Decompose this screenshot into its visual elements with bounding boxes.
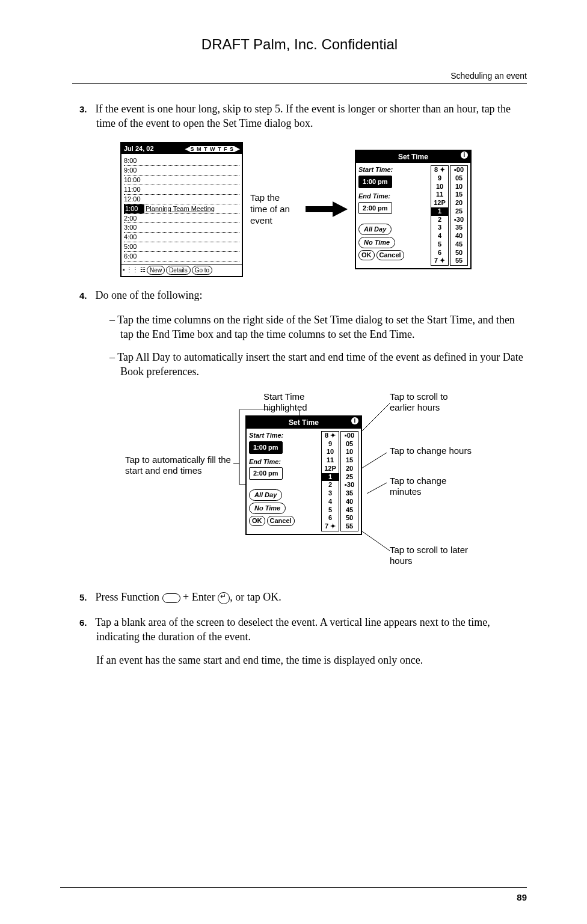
svg-line-3 bbox=[360, 453, 387, 470]
ok-button: OK bbox=[358, 250, 375, 260]
info-icon: i bbox=[461, 151, 468, 159]
selected-time: 1:00 bbox=[124, 204, 144, 213]
goto-button: Go to bbox=[192, 266, 212, 275]
figure-caption: Tap the time of an event bbox=[250, 192, 298, 226]
svg-marker-0 bbox=[306, 201, 348, 217]
hour-column: 8 ✦910 1112P 1 234 567 ✦ bbox=[321, 431, 339, 531]
figure-2: Start Time highlighted Tap to scroll to … bbox=[125, 391, 498, 572]
no-time-button: No Time bbox=[358, 237, 395, 248]
settime-dialog: Set Timei Start Time: 1:00 pm End Time: … bbox=[355, 150, 472, 269]
cancel-button: Cancel bbox=[267, 516, 295, 526]
figure-1: Jul 24, 02 ◀S M T W T F S▶ 8:00 9:00 10:… bbox=[120, 142, 527, 278]
hour-column: 8 ✦910 1112P 1 234 567 ✦ bbox=[431, 165, 449, 266]
datebook-date: Jul 24, 02 bbox=[124, 144, 154, 153]
header-rule bbox=[72, 83, 527, 84]
label-scroll-down: Tap to scroll to later hours bbox=[390, 545, 474, 568]
svg-line-2 bbox=[360, 403, 390, 433]
step-number: 3. bbox=[79, 103, 93, 115]
step-text: Tap a blank area of the screen to desele… bbox=[95, 616, 490, 643]
minute-column: ▪000510 152025 ▪303540 455055 bbox=[450, 165, 468, 266]
svg-line-5 bbox=[360, 530, 390, 551]
step-note: If an event has the same start and end t… bbox=[96, 653, 527, 667]
start-time-box: 1:00 pm bbox=[249, 441, 283, 454]
svg-line-4 bbox=[367, 483, 387, 494]
event-label: Planning Team Meeting bbox=[146, 204, 215, 213]
footer-rule bbox=[60, 887, 527, 888]
step-text: Press Function bbox=[96, 591, 162, 603]
substep: – Tap All Day to automatically insert th… bbox=[109, 350, 527, 379]
all-day-button: All Day bbox=[249, 489, 282, 501]
draft-watermark: DRAFT Palm, Inc. Confidential bbox=[72, 36, 527, 53]
substep: – Tap the time columns on the right side… bbox=[109, 313, 527, 342]
step-text: Do one of the following: bbox=[96, 289, 203, 301]
function-key-icon bbox=[162, 593, 180, 603]
end-time-box: 2:00 pm bbox=[358, 202, 392, 215]
section-title: Scheduling an event bbox=[72, 71, 527, 81]
day-picker: ◀S M T W T F S▶ bbox=[185, 144, 240, 153]
cancel-button: Cancel bbox=[376, 250, 404, 260]
no-time-button: No Time bbox=[249, 503, 286, 514]
details-button: Details bbox=[166, 266, 191, 275]
label-auto-fill: Tap to automatically fill the start and … bbox=[125, 454, 233, 477]
step-text: If the event is one hour long, skip to s… bbox=[96, 103, 511, 129]
minute-column: ▪000510 152025 ▪303540 455055 bbox=[340, 431, 358, 531]
new-button: New bbox=[147, 266, 165, 275]
start-time-box: 1:00 pm bbox=[358, 176, 392, 188]
page-number: 89 bbox=[517, 892, 527, 902]
label-change-hours: Tap to change hours bbox=[390, 445, 474, 457]
arrow-icon bbox=[306, 200, 348, 218]
step-number: 5. bbox=[79, 592, 93, 604]
all-day-button: All Day bbox=[358, 224, 392, 235]
enter-key-icon bbox=[218, 592, 230, 604]
step-number: 6. bbox=[79, 617, 93, 629]
step-number: 4. bbox=[79, 290, 93, 302]
label-scroll-up: Tap to scroll to earlier hours bbox=[390, 391, 474, 414]
label-change-minutes: Tap to change minutes bbox=[390, 476, 474, 498]
ok-button: OK bbox=[249, 516, 265, 526]
info-icon: i bbox=[351, 417, 358, 424]
datebook-mockup: Jul 24, 02 ◀S M T W T F S▶ 8:00 9:00 10:… bbox=[120, 142, 243, 278]
end-time-box: 2:00 pm bbox=[249, 467, 283, 480]
